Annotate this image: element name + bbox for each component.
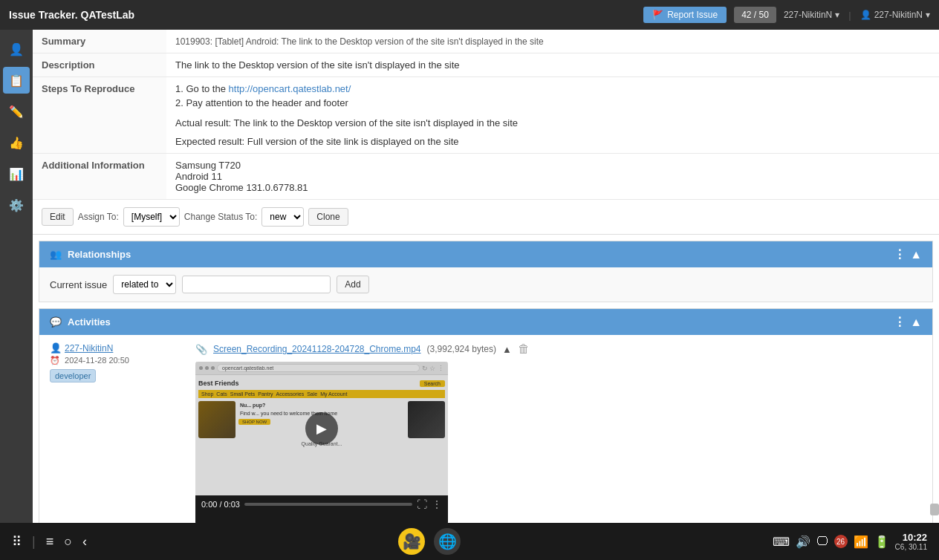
screen-icon[interactable]: 🖵 <box>816 535 828 548</box>
status-label: Change Status To: <box>184 212 258 222</box>
relationships-dots[interactable]: ⋮ <box>894 247 906 261</box>
clock-date: C6, 30.11 <box>895 543 927 551</box>
battery-icon[interactable]: 🔋 <box>874 535 889 549</box>
back-icon[interactable]: ‹ <box>82 534 87 550</box>
file-header: 📎 Screen_Recording_20241128-204728_Chrom… <box>195 342 922 356</box>
relationships-section: 👥 Relationships ⋮ ▲ Current issue relate… <box>39 241 933 302</box>
file-icon: 📎 <box>195 344 207 355</box>
sidebar-icon-issues[interactable]: 📋 <box>3 67 30 94</box>
activity-user: 👤 227-NikitinN ⏰ 2024-11-28 20:50 develo… <box>50 342 183 523</box>
video-player: opencart.qatestlab.net ↻ ☆ ⋮ Best Friend… <box>195 362 448 523</box>
play-button[interactable]: ▶ <box>305 412 338 445</box>
summary-value: 1019903: [Tablet] Android: The link to t… <box>166 30 939 53</box>
activities-header: 💬 Activities ⋮ ▲ <box>39 309 932 335</box>
people-icon: 👥 <box>50 249 62 260</box>
user-dropdown-1[interactable]: 227-NikitinN ▾ <box>784 10 839 20</box>
relationships-body: Current issue related to Add <box>39 267 932 302</box>
menu-icon[interactable]: ≡ <box>46 534 54 550</box>
fullscreen-icon[interactable]: ⛶ <box>417 498 427 510</box>
assign-label: Assign To: <box>78 212 119 222</box>
activities-title: Activities <box>68 316 111 328</box>
steps-line1: 1. Go to the http://opencart.qatestlab.n… <box>175 83 930 94</box>
relation-type-select[interactable]: related to <box>113 275 176 294</box>
content-area: Summary 1019903: [Tablet] Android: The l… <box>33 30 939 523</box>
time-display: 10:22 C6, 30.11 <box>895 532 927 551</box>
wifi-icon[interactable]: 📶 <box>854 535 868 549</box>
table-row-steps: Steps To Reproduce 1. Go to the http://o… <box>33 77 939 154</box>
related-issue-input[interactable] <box>182 276 331 293</box>
volume-icon[interactable]: 🔊 <box>796 535 810 549</box>
separator: | <box>848 10 851 21</box>
delete-icon[interactable]: 🗑 <box>518 342 530 356</box>
relationships-controls: ⋮ ▲ <box>894 247 922 261</box>
keyboard-icon[interactable]: ⌨ <box>773 535 790 549</box>
relationships-title: Relationships <box>68 249 131 260</box>
scrollbar-thumb[interactable] <box>930 504 939 515</box>
activities-collapse[interactable]: ▲ <box>910 316 922 329</box>
sidebar-icon-circle[interactable]: ⚙️ <box>3 192 30 218</box>
sidebar-icon-edit[interactable]: ✏️ <box>3 98 30 125</box>
additional-value: Samsung T720 Android 11 Google Chrome 13… <box>166 154 939 200</box>
grid-icon[interactable]: ⠿ <box>12 533 22 550</box>
chrome-app[interactable]: 🌐 <box>434 528 461 555</box>
activity-content: 📎 Screen_Recording_20241128-204728_Chrom… <box>195 342 922 523</box>
table-row-additional: Additional Information Samsung T720 Andr… <box>33 154 939 200</box>
report-issue-button[interactable]: 🚩 Report Issue <box>643 7 727 23</box>
status-select[interactable]: new <box>261 207 304 227</box>
activity-date: ⏰ 2024-11-28 20:50 <box>50 356 183 365</box>
activities-dots[interactable]: ⋮ <box>894 315 906 329</box>
additional-line1: Samsung T720 <box>175 160 930 171</box>
top-bar-right: 🚩 Report Issue 42 / 50 227-NikitinN ▾ | … <box>643 7 930 23</box>
table-row-description: Description The link to the Desktop vers… <box>33 53 939 77</box>
steps-label: Steps To Reproduce <box>33 77 166 154</box>
table-row-summary: Summary 1019903: [Tablet] Android: The l… <box>33 30 939 53</box>
user-dropdown-2[interactable]: 👤 227-NikitinN ▾ <box>860 10 930 20</box>
steps-expected: Expected result: Full version of the sit… <box>175 136 930 147</box>
user-icon: 👤 <box>50 342 62 354</box>
relationships-collapse[interactable]: ▲ <box>910 248 922 261</box>
top-bar: Issue Tracker. QATestLab 🚩 Report Issue … <box>0 0 939 30</box>
add-relationship-button[interactable]: Add <box>337 276 368 293</box>
issue-table: Summary 1019903: [Tablet] Android: The l… <box>33 30 939 200</box>
activities-section: 💬 Activities ⋮ ▲ 👤 227-NikitinN ⏰ <box>39 308 933 523</box>
activities-controls: ⋮ ▲ <box>894 315 922 329</box>
camera-app[interactable]: 🎥 <box>398 528 425 555</box>
developer-badge: developer <box>50 369 96 382</box>
activity-username[interactable]: 227-NikitinN <box>65 343 113 354</box>
sidebar-icon-users[interactable]: 👤 <box>3 36 30 62</box>
clone-button[interactable]: Clone <box>308 208 348 226</box>
taskbar: ⠿ | ≡ ○ ‹ 🎥 🌐 ⌨ 🔊 🖵 26 📶 🔋 10:22 C6, 30.… <box>0 523 939 560</box>
file-link[interactable]: Screen_Recording_20241128-204728_Chrome.… <box>213 344 421 354</box>
assign-select[interactable]: [Myself] <box>123 207 180 227</box>
steps-link[interactable]: http://opencart.qatestlab.net/ <box>229 83 351 94</box>
sidebar-icon-thumb[interactable]: 👍 <box>3 129 30 156</box>
badge-26: 26 <box>834 535 848 548</box>
home-icon[interactable]: ○ <box>64 534 72 550</box>
description-label: Description <box>33 53 166 77</box>
app-title: Issue Tracker. QATestLab <box>9 9 134 21</box>
relationships-header: 👥 Relationships ⋮ ▲ <box>39 241 932 267</box>
main-layout: 👤 📋 ✏️ 👍 📊 ⚙️ Summary 1019903: [Tablet] … <box>0 30 939 523</box>
expand-icon[interactable]: ▲ <box>502 344 512 355</box>
summary-label: Summary <box>33 30 166 53</box>
activities-header-left: 💬 Activities <box>50 316 111 328</box>
taskbar-left: ⠿ | ≡ ○ ‹ <box>12 533 87 550</box>
additional-line2: Android 11 <box>175 171 930 182</box>
edit-button[interactable]: Edit <box>42 208 74 226</box>
video-controls: 0:00 / 0:03 ⛶ ⋮ <box>195 495 448 513</box>
separator-icon: | <box>32 534 36 550</box>
steps-value: 1. Go to the http://opencart.qatestlab.n… <box>166 77 939 154</box>
additional-label: Additional Information <box>33 154 166 200</box>
video-content: opencart.qatestlab.net ↻ ☆ ⋮ Best Friend… <box>195 362 448 495</box>
relationships-header-left: 👥 Relationships <box>50 249 131 260</box>
video-options-icon[interactable]: ⋮ <box>432 498 442 510</box>
steps-actual: Actual result: The link to the Desktop v… <box>175 117 930 128</box>
video-time: 0:00 / 0:03 <box>201 500 240 509</box>
description-value: The link to the Desktop version of the s… <box>166 53 939 77</box>
file-size: (3,992,924 bytes) <box>427 344 496 354</box>
sidebar-icon-table[interactable]: 📊 <box>3 160 30 187</box>
current-issue-label: Current issue <box>50 279 107 290</box>
action-row: Edit Assign To: [Myself] Change Status T… <box>33 200 939 235</box>
progress-bar[interactable] <box>244 503 412 506</box>
issue-counter[interactable]: 42 / 50 <box>734 7 776 23</box>
